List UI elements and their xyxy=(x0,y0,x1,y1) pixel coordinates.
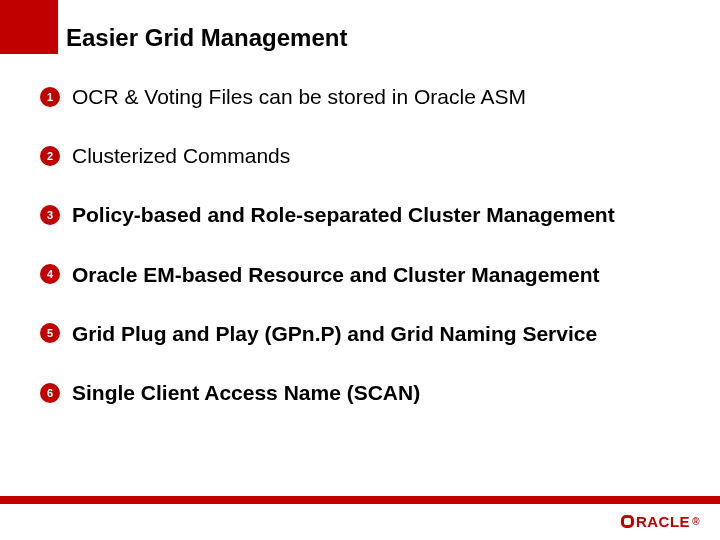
oracle-logo-text: RACLE xyxy=(636,513,690,530)
number-badge-icon: 1 xyxy=(40,87,60,107)
list-item: 1 OCR & Voting Files can be stored in Or… xyxy=(40,84,690,109)
oracle-logo: RACLE ® xyxy=(621,513,700,532)
list-item-text: Policy-based and Role-separated Cluster … xyxy=(72,202,615,227)
list-item-text: Grid Plug and Play (GPn.P) and Grid Nami… xyxy=(72,321,597,346)
list-item-text: Clusterized Commands xyxy=(72,143,290,168)
list-item-text: Single Client Access Name (SCAN) xyxy=(72,380,420,405)
list-item: 2 Clusterized Commands xyxy=(40,143,690,168)
list-item-text: OCR & Voting Files can be stored in Orac… xyxy=(72,84,526,109)
number-badge-icon: 3 xyxy=(40,205,60,225)
list-item: 4 Oracle EM-based Resource and Cluster M… xyxy=(40,262,690,287)
accent-block xyxy=(0,0,58,54)
list-item: 5 Grid Plug and Play (GPn.P) and Grid Na… xyxy=(40,321,690,346)
oracle-logo-icon: RACLE ® xyxy=(621,513,700,530)
bullet-list: 1 OCR & Voting Files can be stored in Or… xyxy=(40,84,690,439)
number-badge-icon: 6 xyxy=(40,383,60,403)
number-badge-icon: 4 xyxy=(40,264,60,284)
footer-bar xyxy=(0,496,720,504)
list-item: 3 Policy-based and Role-separated Cluste… xyxy=(40,202,690,227)
list-item: 6 Single Client Access Name (SCAN) xyxy=(40,380,690,405)
slide: Easier Grid Management 1 OCR & Voting Fi… xyxy=(0,0,720,540)
oracle-o-icon xyxy=(621,515,634,528)
oracle-dot-icon: ® xyxy=(692,516,700,527)
list-item-text: Oracle EM-based Resource and Cluster Man… xyxy=(72,262,600,287)
number-badge-icon: 5 xyxy=(40,323,60,343)
number-badge-icon: 2 xyxy=(40,146,60,166)
slide-title: Easier Grid Management xyxy=(66,24,347,52)
